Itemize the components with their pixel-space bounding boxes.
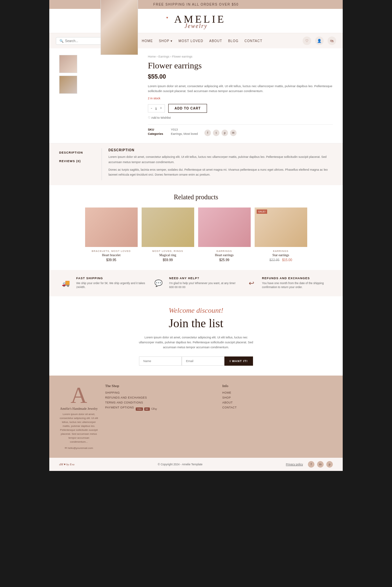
related-product-1[interactable]: BRACELETS, MOST LOVED Heart bracelet $39…: [85, 208, 138, 262]
feature-shipping-title: FAST SHIPPING: [76, 277, 147, 280]
footer-link-terms[interactable]: TERMS AND CONDITIONS: [105, 401, 216, 404]
pinterest-share-icon[interactable]: p: [221, 130, 228, 136]
feature-shipping-text: We ship your order for 5€. We ship urgen…: [76, 281, 147, 290]
feature-help-title: NEED ANY HELP?: [169, 277, 240, 280]
nav-home[interactable]: HOME: [142, 39, 153, 43]
add-to-cart-button[interactable]: ADD TO CART: [168, 104, 207, 113]
product-description: Lorem ipsum dolor sit amet, consectetur …: [148, 84, 333, 93]
privacy-policy-link[interactable]: Privacy policy: [286, 463, 303, 466]
footer-link-refunds[interactable]: REFUNDS AND EXCHANGES: [105, 396, 216, 399]
qty-decrease[interactable]: -: [151, 106, 152, 111]
navigation: 🔍 HOME SHOP ▾ MOST LOVED ABOUT BLOG CONT…: [49, 33, 343, 48]
footer-logo-letter: A: [71, 384, 87, 407]
product-thumbnails: [59, 55, 77, 94]
nav-icons: ♡ 👤 🛍: [303, 37, 336, 45]
quantity-control: - 1 +: [148, 104, 165, 112]
top-banner-text: FREE SHIPPING IN ALL ORDERS OVER $50: [153, 3, 239, 6]
logo[interactable]: ♥ AMELIE Jewelry: [59, 14, 333, 30]
twitter-share-icon[interactable]: t: [213, 130, 219, 136]
logo-heart-icon: ♥: [166, 16, 170, 19]
help-icon: 💬: [152, 277, 165, 290]
mc-icon: MC: [144, 407, 150, 411]
price-sale: $15.00: [282, 258, 292, 262]
related-product-4-category: EARRINGS: [255, 250, 307, 253]
tab-description[interactable]: DESCRIPTION: [59, 148, 97, 157]
email-share-icon[interactable]: ✉: [230, 130, 237, 136]
search-bar[interactable]: 🔍: [56, 37, 102, 45]
product-thumb-1[interactable]: [59, 55, 77, 73]
footer-info-link-home[interactable]: HOME: [222, 391, 333, 394]
related-product-4-image: SALE!: [255, 208, 307, 247]
footer-link-shipping[interactable]: SHIPPING: [105, 391, 216, 394]
related-product-3-name: Heart earrings: [198, 253, 251, 257]
account-icon[interactable]: 👤: [315, 37, 324, 45]
footer-info-link-shop[interactable]: SHOP: [222, 396, 333, 399]
tab-reviews[interactable]: REVIEWS (0): [59, 157, 97, 165]
product-main-image[interactable]: 🔍: [101, 0, 138, 55]
bottom-bar: dM ♥ by Eva © Copyright 2024 - Amelie Te…: [49, 458, 343, 471]
footer-link-payment[interactable]: PAYMENT OPTIONS: [105, 406, 134, 409]
nav-contact[interactable]: CONTACT: [244, 39, 263, 43]
nav-about[interactable]: ABOUT: [209, 39, 222, 43]
feature-returns-text: You have one month from the date of the …: [262, 281, 333, 290]
newsletter-email-input[interactable]: [182, 356, 224, 366]
footer-shop-col: The Shop SHIPPING REFUNDS AND EXCHANGES …: [105, 384, 216, 411]
features-section: 🚚 FAST SHIPPING We ship your order for 5…: [49, 270, 343, 296]
related-product-1-image: [85, 208, 138, 247]
nav-shop[interactable]: SHOP ▾: [159, 39, 173, 43]
footer-grid: A Amélie's Handmade Jewelry Lorem ipsum …: [59, 384, 333, 450]
nav-blog[interactable]: BLOG: [228, 39, 239, 43]
footer-email[interactable]: ✉ hello@youremail.com: [65, 447, 93, 450]
bottom-facebook-icon[interactable]: f: [308, 461, 314, 468]
footer-info-title: Info: [222, 384, 333, 388]
search-input[interactable]: [65, 39, 98, 43]
related-product-4[interactable]: SALE! EARRINGS Star earrings $22.95 $15.…: [255, 208, 307, 262]
related-products-section: Related products BRACELETS, MOST LOVED H…: [49, 185, 343, 270]
feature-returns-title: REFUNDS AND EXCHANGES: [262, 277, 333, 280]
product-images: 🔍: [59, 55, 138, 136]
newsletter-title: Join the list: [59, 316, 333, 330]
related-product-3[interactable]: EARRINGS Heart earrings $25.99: [198, 208, 251, 262]
header: ♥ AMELIE Jewelry: [49, 9, 343, 33]
feature-help-text: I'm glad to help you! Whenever you want,…: [169, 281, 240, 290]
product-meta: SKU Y013 Categories Earrings, Most loved…: [148, 124, 333, 136]
feature-shipping: 🚚 FAST SHIPPING We ship your order for 5…: [59, 277, 147, 290]
visa-icon: VISA: [136, 407, 143, 411]
products-grid: BRACELETS, MOST LOVED Heart bracelet $39…: [59, 208, 333, 262]
nav-most-loved[interactable]: MOST LOVED: [178, 39, 203, 43]
logo-script: Jewelry: [59, 23, 333, 30]
footer-info-link-about[interactable]: ABOUT: [222, 401, 333, 404]
cart-icon[interactable]: 🛍: [328, 37, 336, 45]
wishlist-icon[interactable]: ♡: [303, 37, 311, 45]
tab-sidebar: DESCRIPTION REVIEWS (0): [59, 148, 102, 180]
newsletter-name-input[interactable]: [139, 356, 182, 366]
categories-value: Earrings, Most loved: [171, 132, 198, 135]
product-price: $55.00: [148, 73, 333, 80]
nav-links: HOME SHOP ▾ MOST LOVED ABOUT BLOG CONTAC…: [142, 39, 262, 43]
price-original: $22.95: [269, 258, 280, 262]
related-product-1-name: Heart bracelet: [85, 253, 138, 257]
product-thumb-2[interactable]: [59, 76, 77, 94]
tab-content-text-2: Donec ac turpis sagittis, lacinia eros s…: [108, 167, 333, 178]
product-section: 🔍 Home › Earrings › Flower earrings Flow…: [49, 48, 343, 143]
newsletter-form: I WANT IT!: [59, 356, 333, 366]
facebook-share-icon[interactable]: f: [204, 130, 211, 136]
feature-help: 💬 NEED ANY HELP? I'm glad to help you! W…: [152, 277, 240, 290]
qty-increase[interactable]: +: [160, 106, 162, 111]
top-banner: FREE SHIPPING IN ALL ORDERS OVER $50: [49, 0, 343, 9]
related-product-2-image: [142, 208, 194, 247]
copyright-text: © Copyright 2024 - Amelie Template: [158, 463, 202, 466]
footer-brand-col: A Amélie's Handmade Jewelry Lorem ipsum …: [59, 384, 99, 450]
bottom-pinterest-icon[interactable]: p: [326, 461, 333, 468]
sku-value: Y013: [171, 128, 178, 131]
add-to-wishlist-button[interactable]: ♡ Add to Wishlist: [148, 116, 333, 119]
bottom-social-icons: f in p: [308, 461, 333, 468]
related-product-2[interactable]: MOST LOVED, RINGS Magical ring $59.99: [142, 208, 194, 262]
gpay-icon: GPay: [151, 407, 157, 410]
newsletter-submit-button[interactable]: I WANT IT!: [224, 356, 253, 366]
sku-label: SKU: [148, 128, 168, 131]
related-product-2-category: MOST LOVED, RINGS: [142, 250, 194, 253]
tabs-layout: DESCRIPTION REVIEWS (0) DESCRIPTION Lore…: [59, 148, 333, 180]
footer-info-link-contact[interactable]: CONTACT: [222, 406, 333, 409]
bottom-instagram-icon[interactable]: in: [317, 461, 324, 468]
